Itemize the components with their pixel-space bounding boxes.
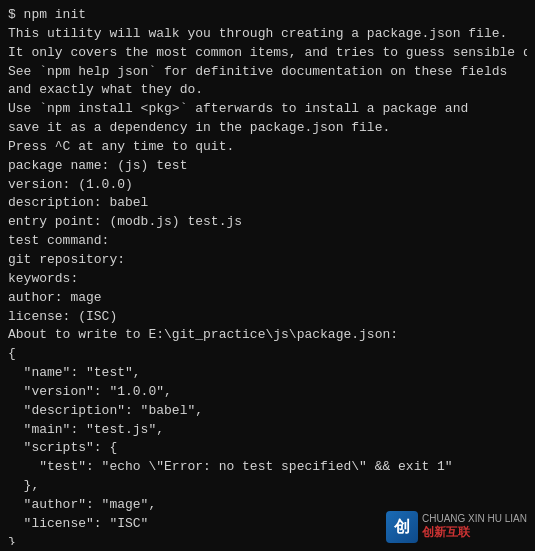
watermark: 创 CHUANG XIN HU LIAN 创新互联 (386, 511, 527, 543)
terminal-line: This utility will walk you through creat… (8, 25, 527, 44)
terminal-line: Press ^C at any time to quit. (8, 138, 527, 157)
terminal-line: See `npm help json` for definitive docum… (8, 63, 527, 82)
terminal-line: git repository: (8, 251, 527, 270)
terminal-line: package name: (js) test (8, 157, 527, 176)
terminal-line: { (8, 345, 527, 364)
terminal-line: "description": "babel", (8, 402, 527, 421)
terminal-line: entry point: (modb.js) test.js (8, 213, 527, 232)
terminal-line: }, (8, 477, 527, 496)
terminal-line: keywords: (8, 270, 527, 289)
terminal-window: $ npm initThis utility will walk you thr… (0, 0, 535, 551)
watermark-logo: 创 (386, 511, 418, 543)
terminal-output: $ npm initThis utility will walk you thr… (8, 6, 527, 545)
terminal-line: It only covers the most common items, an… (8, 44, 527, 63)
watermark-text: CHUANG XIN HU LIAN 创新互联 (422, 513, 527, 541)
terminal-line: About to write to E:\git_practice\js\pac… (8, 326, 527, 345)
terminal-line: author: mage (8, 289, 527, 308)
terminal-line: "test": "echo \"Error: no test specified… (8, 458, 527, 477)
terminal-line: save it as a dependency in the package.j… (8, 119, 527, 138)
terminal-line: test command: (8, 232, 527, 251)
terminal-line: "name": "test", (8, 364, 527, 383)
terminal-line: "scripts": { (8, 439, 527, 458)
terminal-line: and exactly what they do. (8, 81, 527, 100)
terminal-line: "main": "test.js", (8, 421, 527, 440)
terminal-line: $ npm init (8, 6, 527, 25)
watermark-line1: CHUANG XIN HU LIAN (422, 513, 527, 524)
terminal-line: Use `npm install <pkg>` afterwards to in… (8, 100, 527, 119)
terminal-line: "version": "1.0.0", (8, 383, 527, 402)
watermark-line2: 创新互联 (422, 524, 527, 541)
terminal-line: version: (1.0.0) (8, 176, 527, 195)
terminal-line: description: babel (8, 194, 527, 213)
terminal-line: license: (ISC) (8, 308, 527, 327)
